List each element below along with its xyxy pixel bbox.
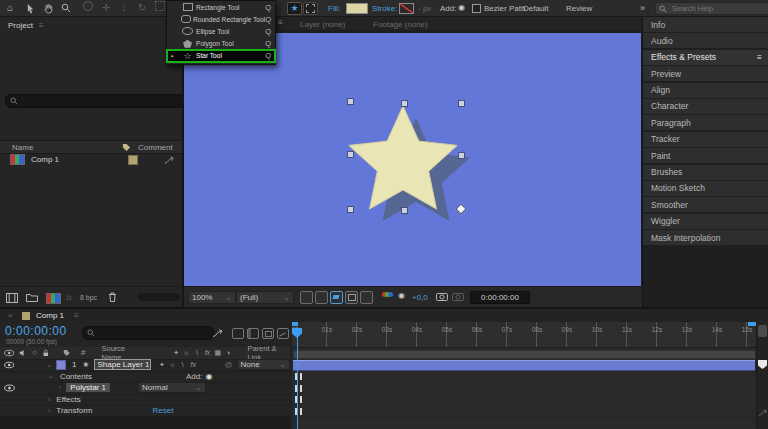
stroke-label[interactable]: Stroke: bbox=[372, 4, 397, 13]
search-help-input[interactable] bbox=[670, 3, 764, 14]
project-scrollbar[interactable] bbox=[138, 293, 180, 301]
eye-column-icon[interactable] bbox=[4, 349, 14, 357]
contents-expander-icon[interactable]: ⌄ bbox=[48, 372, 54, 380]
layer-quality-switch[interactable]: \ bbox=[178, 361, 188, 368]
project-item-comp1[interactable]: Comp 1 bbox=[0, 153, 182, 166]
magnification-dropdown[interactable]: 100%⌄ bbox=[188, 291, 236, 304]
selection-handle-top-mid[interactable] bbox=[401, 100, 408, 107]
menu-item-rectangle-tool[interactable]: Rectangle Tool Q bbox=[167, 1, 275, 13]
tab-footage-none[interactable]: Footage (none) bbox=[373, 20, 428, 29]
column-name[interactable]: Name bbox=[12, 143, 33, 152]
panel-tab-align[interactable]: Align bbox=[643, 83, 768, 98]
transparency-grid-toggle[interactable] bbox=[360, 291, 373, 304]
keyframe-out-marker[interactable] bbox=[300, 396, 302, 403]
color-depth-icon[interactable]: ⊙ bbox=[66, 294, 72, 302]
viewer-timecode[interactable]: 0:00:00:00 bbox=[470, 291, 530, 304]
comp-marker-icon[interactable] bbox=[758, 360, 767, 369]
transform-reset-link[interactable]: Reset bbox=[153, 406, 174, 415]
new-folder-icon[interactable] bbox=[26, 293, 38, 302]
solo-column-icon[interactable]: ○ bbox=[32, 348, 37, 357]
panel-tab-audio[interactable]: Audio bbox=[643, 33, 768, 48]
pan-camera-tool-icon[interactable]: ✛ bbox=[98, 1, 114, 14]
menu-item-polygon-tool[interactable]: Polygon Tool Q bbox=[167, 38, 275, 50]
parent-pickwhip-icon[interactable]: @ bbox=[224, 360, 232, 369]
label-color-chip[interactable] bbox=[128, 155, 138, 165]
timeline-search-input[interactable] bbox=[95, 325, 199, 342]
bezier-path-checkbox[interactable] bbox=[472, 4, 481, 13]
viewer-panel-menu-icon[interactable]: ≡ bbox=[278, 18, 283, 27]
selection-handle-mid-left[interactable] bbox=[347, 151, 354, 158]
grid-guides-toggle[interactable] bbox=[300, 291, 313, 304]
timeline-panel-menu-icon[interactable]: ≡ bbox=[74, 311, 79, 320]
project-columns-header[interactable]: Name Comment bbox=[0, 140, 182, 154]
project-panel-menu-icon[interactable]: ≡ bbox=[39, 21, 44, 30]
show-snapshot-icon[interactable] bbox=[452, 292, 464, 301]
transform-expander-icon[interactable]: › bbox=[48, 407, 50, 414]
tab-layer-none[interactable]: Layer (none) bbox=[300, 20, 345, 29]
label-column-icon-tl[interactable] bbox=[63, 349, 71, 357]
graph-editor-toggle[interactable] bbox=[277, 328, 289, 339]
selection-tool-icon[interactable] bbox=[22, 1, 38, 14]
work-area-bar[interactable] bbox=[293, 350, 756, 359]
panel-tab-info[interactable]: Info bbox=[643, 17, 768, 32]
timeline-search-box[interactable] bbox=[82, 326, 214, 340]
workspace-review[interactable]: Review bbox=[566, 4, 592, 13]
playhead-line[interactable] bbox=[297, 334, 299, 429]
panel-tab-character[interactable]: Character bbox=[643, 99, 768, 114]
selection-handle-bottom-mid[interactable] bbox=[401, 207, 408, 214]
transform-label[interactable]: Transform bbox=[56, 406, 92, 415]
panel-tab-paint[interactable]: Paint bbox=[643, 148, 768, 163]
timeline-tab-close-icon[interactable]: × bbox=[8, 311, 13, 320]
add-menu-icon[interactable]: ◉ bbox=[458, 3, 465, 12]
rotation-tool-icon[interactable]: ↻ bbox=[134, 1, 150, 14]
keyframe-out-marker[interactable] bbox=[300, 385, 302, 392]
frame-blending-toggle[interactable] bbox=[262, 328, 274, 339]
project-search-input[interactable] bbox=[18, 93, 162, 110]
contents-add-icon[interactable]: ◉ bbox=[205, 372, 212, 381]
effects-label[interactable]: Effects bbox=[56, 395, 80, 404]
orbit-camera-tool-icon[interactable] bbox=[80, 1, 96, 14]
panel-tab-mask-interpolation[interactable]: Mask Interpolation bbox=[643, 230, 768, 245]
zoom-fit-icon[interactable] bbox=[758, 408, 768, 417]
layer-expander-icon[interactable]: ⌄ bbox=[46, 361, 52, 369]
panel-menu-icon[interactable]: ≡ bbox=[757, 52, 762, 62]
time-ruler[interactable]: 00s 01s 02s 03s 04s 05s 06s 07s 08s 09s … bbox=[292, 322, 756, 348]
color-depth-label[interactable]: 8 bpc bbox=[80, 294, 97, 301]
panel-tab-tracker[interactable]: Tracker bbox=[643, 132, 768, 147]
comp-marker-bin-button[interactable] bbox=[758, 325, 767, 337]
blend-mode-dropdown[interactable]: Normal⌄ bbox=[138, 382, 206, 393]
interpret-footage-icon[interactable] bbox=[6, 293, 18, 303]
panel-tab-paragraph[interactable]: Paragraph bbox=[643, 115, 768, 130]
panel-tab-preview[interactable]: Preview bbox=[643, 66, 768, 81]
selection-handle-top-right[interactable] bbox=[458, 100, 465, 107]
resolution-dropdown[interactable]: (Full)⌄ bbox=[236, 291, 294, 304]
layer-label-chip[interactable] bbox=[56, 360, 66, 370]
layer-shy-switch[interactable]: ✦ bbox=[157, 361, 167, 369]
stroke-width-value[interactable]: - px bbox=[418, 4, 431, 13]
panel-tab-motion-sketch[interactable]: Motion Sketch bbox=[643, 181, 768, 196]
lock-column-icon[interactable] bbox=[42, 349, 50, 357]
workspace-overflow-icon[interactable]: » bbox=[640, 3, 645, 13]
menu-item-rounded-rectangle-tool[interactable]: Rounded Rectangle Tool Q bbox=[167, 13, 275, 25]
tool-creates-mask-toggle[interactable] bbox=[303, 2, 318, 15]
selection-handle-bottom-left[interactable] bbox=[347, 206, 354, 213]
work-area-start-marker[interactable] bbox=[292, 322, 298, 326]
timeline-tab-title[interactable]: Comp 1 bbox=[36, 311, 64, 320]
zoom-tool-icon[interactable] bbox=[58, 1, 74, 14]
audio-column-icon[interactable] bbox=[19, 349, 27, 357]
panel-tab-effects-presets[interactable]: Effects & Presets ≡ bbox=[643, 50, 768, 65]
layer-visibility-eye-icon[interactable] bbox=[4, 361, 14, 369]
selection-handle-mid-right[interactable] bbox=[458, 152, 465, 159]
home-icon[interactable]: ⌂ bbox=[2, 1, 18, 14]
layer-duration-bar[interactable] bbox=[293, 360, 755, 371]
work-area-end-marker[interactable] bbox=[748, 322, 756, 326]
snapshot-camera-icon[interactable] bbox=[436, 292, 448, 301]
mask-visibility-toggle[interactable] bbox=[315, 291, 328, 304]
parent-link-dropdown[interactable]: None⌄ bbox=[237, 359, 290, 370]
keyframe-out-marker[interactable] bbox=[300, 408, 302, 415]
resolution-gear-icon[interactable]: ◉ bbox=[398, 291, 405, 300]
star-shape[interactable] bbox=[184, 33, 641, 286]
panel-tab-smoother[interactable]: Smoother bbox=[643, 197, 768, 212]
menu-item-star-tool[interactable]: ▪ ☆ Star Tool Q bbox=[167, 50, 275, 62]
dolly-camera-tool-icon[interactable]: ↕ bbox=[116, 1, 132, 14]
